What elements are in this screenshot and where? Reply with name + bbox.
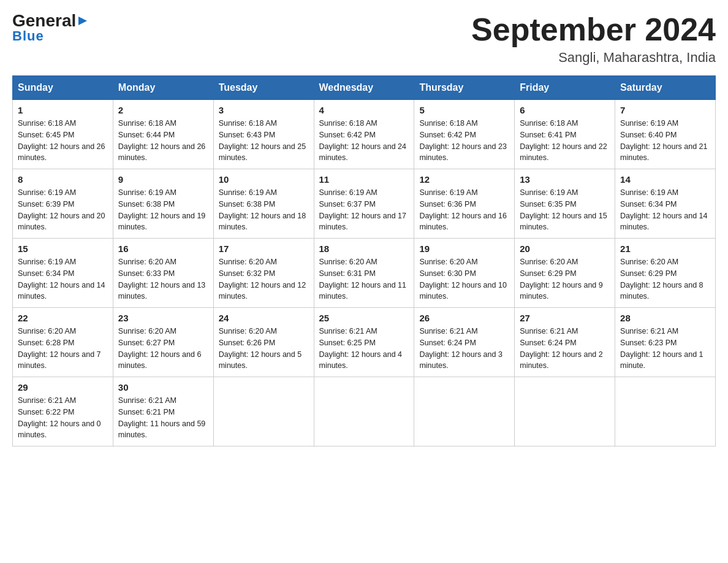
day-info: Sunrise: 6:18 AMSunset: 6:45 PMDaylight:… xyxy=(18,118,108,164)
svg-marker-0 xyxy=(78,17,87,25)
calendar-cell: 13Sunrise: 6:19 AMSunset: 6:35 PMDayligh… xyxy=(515,169,615,239)
weekday-header-row: SundayMondayTuesdayWednesdayThursdayFrid… xyxy=(13,76,716,100)
weekday-header-wednesday: Wednesday xyxy=(314,76,414,100)
calendar-cell: 1Sunrise: 6:18 AMSunset: 6:45 PMDaylight… xyxy=(13,100,113,169)
day-number: 26 xyxy=(419,313,509,323)
day-info: Sunrise: 6:21 AMSunset: 6:24 PMDaylight:… xyxy=(520,326,610,372)
calendar-cell: 12Sunrise: 6:19 AMSunset: 6:36 PMDayligh… xyxy=(414,169,515,239)
day-info: Sunrise: 6:18 AMSunset: 6:42 PMDaylight:… xyxy=(319,118,409,164)
calendar-cell xyxy=(314,377,414,446)
week-row-5: 29Sunrise: 6:21 AMSunset: 6:22 PMDayligh… xyxy=(13,377,716,446)
calendar-cell: 24Sunrise: 6:20 AMSunset: 6:26 PMDayligh… xyxy=(213,308,314,377)
day-info: Sunrise: 6:20 AMSunset: 6:28 PMDaylight:… xyxy=(18,326,108,372)
day-number: 22 xyxy=(18,313,108,323)
calendar-cell: 15Sunrise: 6:19 AMSunset: 6:34 PMDayligh… xyxy=(13,239,113,308)
day-number: 6 xyxy=(520,105,610,115)
calendar-body: 1Sunrise: 6:18 AMSunset: 6:45 PMDaylight… xyxy=(13,100,716,446)
day-number: 11 xyxy=(319,174,409,185)
week-row-4: 22Sunrise: 6:20 AMSunset: 6:28 PMDayligh… xyxy=(13,308,716,377)
day-info: Sunrise: 6:20 AMSunset: 6:29 PMDaylight:… xyxy=(520,256,610,302)
month-title: September 2024 xyxy=(471,12,716,47)
calendar-cell: 5Sunrise: 6:18 AMSunset: 6:42 PMDaylight… xyxy=(414,100,515,169)
calendar-cell: 19Sunrise: 6:20 AMSunset: 6:30 PMDayligh… xyxy=(414,239,515,308)
day-number: 25 xyxy=(319,313,409,323)
weekday-header-friday: Friday xyxy=(515,76,615,100)
day-info: Sunrise: 6:19 AMSunset: 6:37 PMDaylight:… xyxy=(319,187,409,233)
day-info: Sunrise: 6:19 AMSunset: 6:35 PMDaylight:… xyxy=(520,187,610,233)
calendar-cell: 29Sunrise: 6:21 AMSunset: 6:22 PMDayligh… xyxy=(13,377,113,446)
calendar-cell: 3Sunrise: 6:18 AMSunset: 6:43 PMDaylight… xyxy=(213,100,314,169)
calendar-cell xyxy=(615,377,716,446)
calendar-cell: 11Sunrise: 6:19 AMSunset: 6:37 PMDayligh… xyxy=(314,169,414,239)
week-row-3: 15Sunrise: 6:19 AMSunset: 6:34 PMDayligh… xyxy=(13,239,716,308)
day-info: Sunrise: 6:21 AMSunset: 6:25 PMDaylight:… xyxy=(319,326,409,372)
calendar-cell: 10Sunrise: 6:19 AMSunset: 6:38 PMDayligh… xyxy=(213,169,314,239)
day-info: Sunrise: 6:19 AMSunset: 6:34 PMDaylight:… xyxy=(18,256,108,302)
day-info: Sunrise: 6:19 AMSunset: 6:39 PMDaylight:… xyxy=(18,187,108,233)
calendar-cell: 2Sunrise: 6:18 AMSunset: 6:44 PMDaylight… xyxy=(113,100,213,169)
calendar-cell: 18Sunrise: 6:20 AMSunset: 6:31 PMDayligh… xyxy=(314,239,414,308)
calendar-cell: 6Sunrise: 6:18 AMSunset: 6:41 PMDaylight… xyxy=(515,100,615,169)
day-info: Sunrise: 6:19 AMSunset: 6:36 PMDaylight:… xyxy=(419,187,509,233)
day-number: 9 xyxy=(118,174,208,185)
calendar-header: SundayMondayTuesdayWednesdayThursdayFrid… xyxy=(13,76,716,100)
weekday-header-saturday: Saturday xyxy=(615,76,716,100)
day-number: 29 xyxy=(18,382,108,393)
day-number: 13 xyxy=(520,174,610,185)
day-info: Sunrise: 6:19 AMSunset: 6:40 PMDaylight:… xyxy=(620,118,710,164)
calendar-cell: 7Sunrise: 6:19 AMSunset: 6:40 PMDaylight… xyxy=(615,100,716,169)
week-row-1: 1Sunrise: 6:18 AMSunset: 6:45 PMDaylight… xyxy=(13,100,716,169)
day-number: 19 xyxy=(419,243,509,254)
day-number: 5 xyxy=(419,105,509,115)
logo-arrow-icon xyxy=(77,12,88,29)
weekday-header-thursday: Thursday xyxy=(414,76,515,100)
day-info: Sunrise: 6:18 AMSunset: 6:44 PMDaylight:… xyxy=(118,118,208,164)
day-number: 7 xyxy=(620,105,710,115)
calendar-cell: 8Sunrise: 6:19 AMSunset: 6:39 PMDaylight… xyxy=(13,169,113,239)
calendar-table: SundayMondayTuesdayWednesdayThursdayFrid… xyxy=(12,75,716,446)
calendar-cell: 28Sunrise: 6:21 AMSunset: 6:23 PMDayligh… xyxy=(615,308,716,377)
day-number: 2 xyxy=(118,105,208,115)
day-number: 15 xyxy=(18,243,108,254)
day-info: Sunrise: 6:20 AMSunset: 6:29 PMDaylight:… xyxy=(620,256,710,302)
day-info: Sunrise: 6:21 AMSunset: 6:24 PMDaylight:… xyxy=(419,326,509,372)
logo: General Blue xyxy=(12,12,88,44)
location-subtitle: Sangli, Maharashtra, India xyxy=(471,50,716,66)
calendar-cell: 23Sunrise: 6:20 AMSunset: 6:27 PMDayligh… xyxy=(113,308,213,377)
day-number: 20 xyxy=(520,243,610,254)
day-number: 14 xyxy=(620,174,710,185)
weekday-header-monday: Monday xyxy=(113,76,213,100)
day-info: Sunrise: 6:21 AMSunset: 6:21 PMDaylight:… xyxy=(118,395,208,441)
day-info: Sunrise: 6:21 AMSunset: 6:23 PMDaylight:… xyxy=(620,326,710,372)
day-number: 30 xyxy=(118,382,208,393)
day-number: 12 xyxy=(419,174,509,185)
calendar-cell: 30Sunrise: 6:21 AMSunset: 6:21 PMDayligh… xyxy=(113,377,213,446)
weekday-header-tuesday: Tuesday xyxy=(213,76,314,100)
page-header: General Blue September 2024 Sangli, Maha… xyxy=(12,12,716,66)
day-info: Sunrise: 6:20 AMSunset: 6:27 PMDaylight:… xyxy=(118,326,208,372)
calendar-cell: 22Sunrise: 6:20 AMSunset: 6:28 PMDayligh… xyxy=(13,308,113,377)
calendar-cell: 26Sunrise: 6:21 AMSunset: 6:24 PMDayligh… xyxy=(414,308,515,377)
calendar-cell: 4Sunrise: 6:18 AMSunset: 6:42 PMDaylight… xyxy=(314,100,414,169)
calendar-cell: 16Sunrise: 6:20 AMSunset: 6:33 PMDayligh… xyxy=(113,239,213,308)
calendar-cell: 25Sunrise: 6:21 AMSunset: 6:25 PMDayligh… xyxy=(314,308,414,377)
day-number: 16 xyxy=(118,243,208,254)
calendar-cell xyxy=(213,377,314,446)
day-number: 21 xyxy=(620,243,710,254)
day-number: 8 xyxy=(18,174,108,185)
calendar-cell xyxy=(414,377,515,446)
day-info: Sunrise: 6:20 AMSunset: 6:33 PMDaylight:… xyxy=(118,256,208,302)
day-info: Sunrise: 6:18 AMSunset: 6:42 PMDaylight:… xyxy=(419,118,509,164)
day-info: Sunrise: 6:20 AMSunset: 6:32 PMDaylight:… xyxy=(219,256,309,302)
day-number: 27 xyxy=(520,313,610,323)
calendar-cell: 20Sunrise: 6:20 AMSunset: 6:29 PMDayligh… xyxy=(515,239,615,308)
day-info: Sunrise: 6:18 AMSunset: 6:43 PMDaylight:… xyxy=(219,118,309,164)
day-number: 24 xyxy=(219,313,309,323)
day-number: 3 xyxy=(219,105,309,115)
calendar-cell: 27Sunrise: 6:21 AMSunset: 6:24 PMDayligh… xyxy=(515,308,615,377)
weekday-header-sunday: Sunday xyxy=(13,76,113,100)
day-info: Sunrise: 6:19 AMSunset: 6:34 PMDaylight:… xyxy=(620,187,710,233)
day-info: Sunrise: 6:20 AMSunset: 6:30 PMDaylight:… xyxy=(419,256,509,302)
day-number: 28 xyxy=(620,313,710,323)
day-number: 10 xyxy=(219,174,309,185)
